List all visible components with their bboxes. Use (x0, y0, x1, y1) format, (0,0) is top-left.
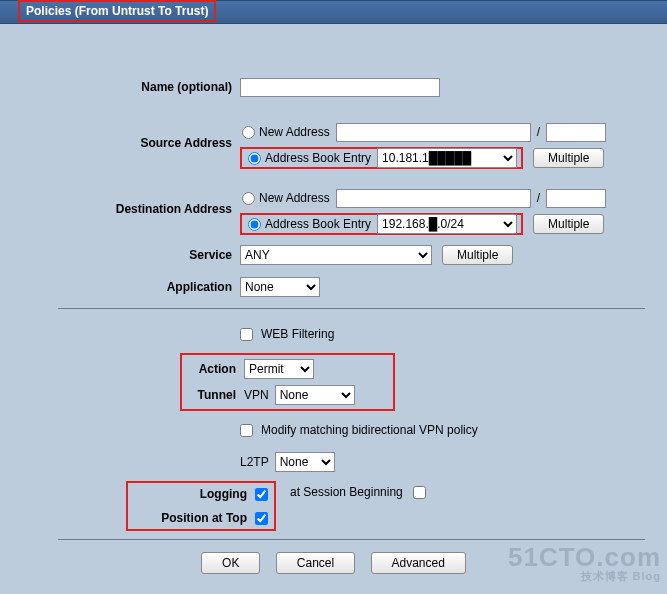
dest-new-label: New Address (259, 191, 330, 205)
separator-1 (58, 308, 645, 309)
l2tp-label: L2TP (240, 455, 269, 469)
source-slash: / (537, 125, 540, 139)
logging-position-highlight: Logging Position at Top (126, 481, 276, 531)
dest-book-select[interactable]: 192.168.█.0/24 (377, 214, 517, 234)
dest-multiple-button[interactable]: Multiple (533, 214, 604, 234)
header-title-highlight: Policies (From Untrust To Trust) (18, 0, 216, 22)
action-tunnel-highlight: Action Permit Tunnel VPN None (180, 353, 395, 411)
footer-buttons: OK Cancel Advanced (22, 552, 645, 574)
modify-bidir-label: Modify matching bidirectional VPN policy (261, 423, 478, 437)
action-select[interactable]: Permit (244, 359, 314, 379)
name-input[interactable] (240, 78, 440, 97)
source-multiple-button[interactable]: Multiple (533, 148, 604, 168)
cancel-button[interactable]: Cancel (276, 552, 355, 574)
logging-label: Logging (200, 487, 247, 501)
application-label: Application (22, 280, 240, 294)
dest-book-highlight: Address Book Entry 192.168.█.0/24 (240, 213, 523, 235)
l2tp-select[interactable]: None (275, 452, 335, 472)
service-label: Service (22, 248, 240, 262)
application-select[interactable]: None (240, 277, 320, 297)
source-address-label: Source Address (22, 120, 240, 150)
action-label: Action (188, 362, 244, 376)
service-select[interactable]: ANY (240, 245, 432, 265)
position-checkbox[interactable] (255, 512, 268, 525)
dest-book-label: Address Book Entry (265, 217, 371, 231)
source-book-select[interactable]: 10.181.1█████ (377, 148, 517, 168)
modify-bidir-checkbox[interactable] (240, 424, 253, 437)
separator-2 (58, 539, 645, 540)
logging-checkbox[interactable] (255, 488, 268, 501)
header-bar: Policies (From Untrust To Trust) (0, 0, 667, 24)
position-label: Position at Top (161, 511, 247, 525)
source-book-highlight: Address Book Entry 10.181.1█████ (240, 147, 523, 169)
page-title: Policies (From Untrust To Trust) (26, 4, 208, 18)
session-begin-label: at Session Beginning (290, 485, 403, 499)
service-multiple-button[interactable]: Multiple (442, 245, 513, 265)
ok-button[interactable]: OK (201, 552, 260, 574)
session-begin-checkbox[interactable] (413, 486, 426, 499)
source-book-radio[interactable] (248, 152, 261, 165)
dest-new-mask[interactable] (546, 189, 606, 208)
dest-book-radio[interactable] (248, 218, 261, 231)
dest-new-radio[interactable] (242, 192, 255, 205)
form-panel: Name (optional) Source Address New Addre… (0, 24, 667, 584)
tunnel-label: Tunnel (188, 388, 244, 402)
web-filtering-label: WEB Filtering (261, 327, 334, 341)
source-new-label: New Address (259, 125, 330, 139)
dest-new-input[interactable] (336, 189, 531, 208)
source-new-radio[interactable] (242, 126, 255, 139)
source-new-mask[interactable] (546, 123, 606, 142)
advanced-button[interactable]: Advanced (371, 552, 466, 574)
dest-slash: / (537, 191, 540, 205)
dest-address-label: Destination Address (22, 186, 240, 216)
source-book-label: Address Book Entry (265, 151, 371, 165)
tunnel-vpn-select[interactable]: None (275, 385, 355, 405)
tunnel-vpn-label: VPN (244, 388, 269, 402)
source-new-input[interactable] (336, 123, 531, 142)
web-filtering-checkbox[interactable] (240, 328, 253, 341)
name-label: Name (optional) (22, 80, 240, 94)
